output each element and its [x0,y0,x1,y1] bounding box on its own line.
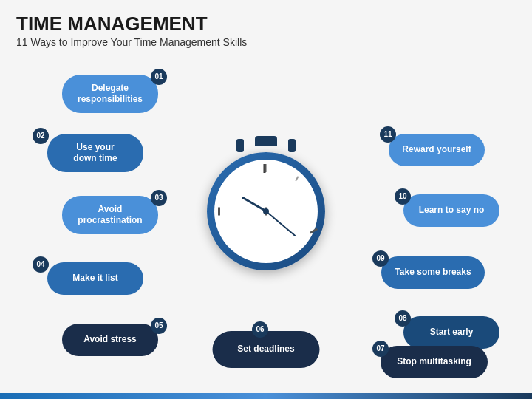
badge-05: 05 [151,318,167,334]
badge-02: 02 [33,128,49,144]
page-subtitle: 11 Ways to Improve Your Time Management … [16,36,516,48]
badge-06: 06 [252,321,268,338]
badge-11: 11 [380,126,396,143]
list-item: Start early [403,316,499,349]
list-item: Reward yourself [389,134,485,166]
clock-btn-left [236,139,244,152]
page-title: TIME MANAGEMENT [16,13,516,35]
clock-center [263,208,269,214]
slide: TIME MANAGEMENT 11 Ways to Improve Your … [0,0,532,399]
list-item: Set deadlines [213,331,320,368]
badge-03: 03 [151,190,167,206]
clock-face-outer [207,152,325,270]
badge-01: 01 [151,69,167,85]
list-item: Stop multitasking [381,346,488,378]
clock-minute-hand [265,211,296,236]
content-area: Delegateresponsibilities 01 Use yourdown… [16,54,516,372]
list-item: Avoid stress [62,324,158,356]
clock-buttons [236,139,296,152]
list-item: Take some breaks [381,256,485,289]
stopwatch [200,136,332,284]
badge-10: 10 [395,188,411,205]
clock-face-inner [214,160,318,263]
list-item: Make it list [47,262,143,295]
list-item: Use yourdown time [47,134,143,172]
badge-08: 08 [395,310,411,327]
list-item: Learn to say no [403,194,499,227]
badge-07: 07 [372,341,389,357]
list-item: Avoidprocrastination [62,196,158,234]
list-item: Delegateresponsibilities [62,75,158,113]
bottom-bar [0,393,532,399]
clock-btn-right [288,139,296,152]
badge-04: 04 [33,256,49,273]
badge-09: 09 [372,250,389,267]
